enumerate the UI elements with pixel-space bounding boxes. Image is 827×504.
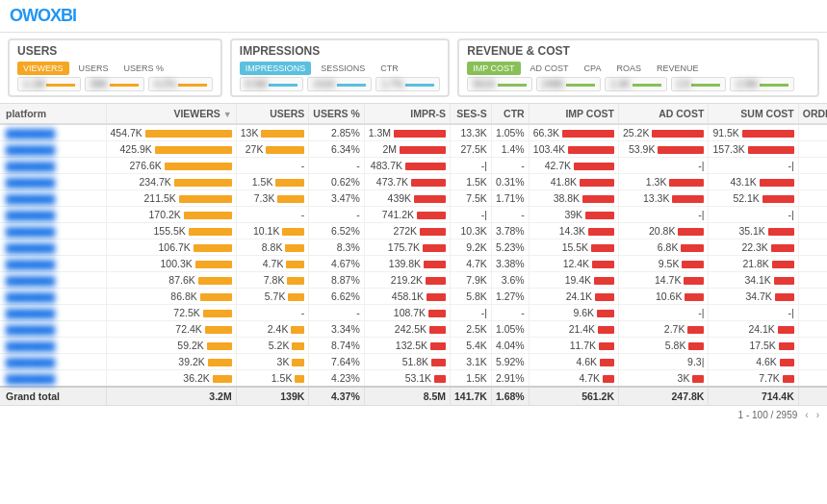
cell-users: 1.5K bbox=[236, 370, 309, 388]
cell-platform: ████████ bbox=[0, 174, 106, 190]
cell-viewers: 234.7K bbox=[106, 174, 236, 190]
cell-platform: ████████ bbox=[0, 305, 106, 321]
cell-ctr: 5.92% bbox=[491, 354, 529, 370]
cell-ses-s: 3.1K bbox=[451, 354, 492, 370]
tab-viewers[interactable]: VIEWERS bbox=[17, 62, 69, 75]
footer-ctr: 1.68% bbox=[491, 387, 529, 405]
col-ad-cost[interactable]: AD COST bbox=[619, 104, 709, 124]
cell-sum-cost: 52.1K bbox=[709, 190, 798, 207]
cell-ctr: 4.04% bbox=[491, 338, 529, 354]
cell-users: 8.8K bbox=[236, 239, 309, 256]
cell-sum-cost: 35.1K bbox=[709, 223, 798, 239]
cell-impr-s: 473.7K bbox=[364, 174, 450, 190]
tab-sessions[interactable]: SESSIONS bbox=[315, 62, 371, 75]
metrics-bar: USERS VIEWERS USERS USERS % 1.1M 89K 4.2… bbox=[0, 33, 827, 104]
cell-orders: 102 bbox=[798, 141, 827, 158]
cell-viewers: 87.6K bbox=[106, 272, 236, 289]
pagination-prev[interactable]: ‹ bbox=[805, 410, 808, 420]
table-row: ████████454.7K 13K 2.85%1.3M 13.3K1.05%6… bbox=[0, 124, 827, 141]
footer-orders: 502 bbox=[798, 387, 827, 405]
cell-ctr: 3.78% bbox=[491, 223, 529, 239]
tab-roas[interactable]: ROAS bbox=[610, 62, 647, 75]
cell-ses-s: -| bbox=[451, 305, 492, 321]
table-row: ████████39.2K 3K 7.64%51.8K 3.1K5.92%4.6… bbox=[0, 354, 827, 370]
cell-platform: ████████ bbox=[0, 239, 106, 256]
col-users-pct[interactable]: USERS % bbox=[309, 104, 364, 124]
cell-platform: ████████ bbox=[0, 289, 106, 305]
col-platform[interactable]: platform bbox=[0, 104, 106, 124]
cell-imp-cost: 39K bbox=[529, 207, 618, 223]
cell-users-pct: 8.87% bbox=[309, 272, 364, 289]
logo-bi: BI bbox=[61, 6, 76, 25]
tab-users[interactable]: USERS bbox=[73, 62, 115, 75]
cell-users-pct: 4.67% bbox=[309, 256, 364, 272]
tab-imp-cost[interactable]: IMP COST bbox=[467, 62, 520, 75]
cell-users-pct: 8.3% bbox=[309, 239, 364, 256]
col-sum-cost[interactable]: SUM COST bbox=[709, 104, 798, 124]
col-impr-s[interactable]: IMPR-S bbox=[364, 104, 450, 124]
cell-platform: ████████ bbox=[0, 256, 106, 272]
viewers-val: 1.1M bbox=[17, 77, 81, 91]
roas-val: 2.8 bbox=[671, 77, 727, 91]
cell-ad-cost: 6.8K bbox=[619, 239, 709, 256]
cell-platform: ████████ bbox=[0, 158, 106, 174]
col-imp-cost[interactable]: IMP COST bbox=[529, 104, 618, 124]
cell-users: - bbox=[236, 158, 309, 174]
pagination-next[interactable]: › bbox=[816, 410, 819, 420]
cell-imp-cost: 4.7K bbox=[529, 370, 618, 388]
cell-impr-s: 2M bbox=[364, 141, 450, 158]
tab-revenue[interactable]: REVENUE bbox=[651, 62, 705, 75]
cell-impr-s: 439K bbox=[364, 190, 450, 207]
cell-ad-cost: 1.3K bbox=[619, 174, 709, 190]
cell-impr-s: 51.8K bbox=[364, 354, 450, 370]
footer-users-pct: 4.37% bbox=[309, 387, 364, 405]
col-ctr[interactable]: CTR bbox=[491, 104, 529, 124]
cell-ad-cost: 3K bbox=[619, 370, 709, 388]
cell-orders: 44 bbox=[798, 124, 827, 141]
cell-ses-s: 27.5K bbox=[451, 141, 492, 158]
cell-imp-cost: 21.4K bbox=[529, 321, 618, 338]
cell-orders: 0| bbox=[798, 354, 827, 370]
cell-sum-cost: 157.3K bbox=[709, 141, 798, 158]
cell-viewers: 155.5K bbox=[106, 223, 236, 239]
col-users[interactable]: USERS bbox=[236, 104, 309, 124]
cell-orders: 4| bbox=[798, 370, 827, 388]
cell-platform: ████████ bbox=[0, 321, 106, 338]
tab-cpa[interactable]: CPA bbox=[579, 62, 607, 75]
col-orders[interactable]: ORDERS bbox=[798, 104, 827, 124]
col-viewers[interactable]: VIEWERS ▼ bbox=[106, 104, 236, 124]
cell-platform: ████████ bbox=[0, 207, 106, 223]
cell-sum-cost: 21.8K bbox=[709, 256, 798, 272]
cell-sum-cost: 24.1K bbox=[709, 321, 798, 338]
cell-ctr: 3.38% bbox=[491, 256, 529, 272]
tab-impressions[interactable]: IMPRESSIONS bbox=[240, 62, 312, 75]
tab-ctr[interactable]: CTR bbox=[375, 62, 404, 75]
cell-ses-s: -| bbox=[451, 158, 492, 174]
table-body: ████████454.7K 13K 2.85%1.3M 13.3K1.05%6… bbox=[0, 124, 827, 387]
cell-viewers: 276.6K bbox=[106, 158, 236, 174]
cell-ctr: - bbox=[491, 158, 529, 174]
cell-platform: ████████ bbox=[0, 354, 106, 370]
cell-viewers: 72.4K bbox=[106, 321, 236, 338]
cell-ctr: 3.6% bbox=[491, 272, 529, 289]
cpa-val: 1.4K bbox=[605, 77, 667, 91]
table-row: ████████155.5K 10.1K 6.52%272K 10.3K3.78… bbox=[0, 223, 827, 239]
cell-users: 5.7K bbox=[236, 289, 309, 305]
cell-users: 5.2K bbox=[236, 338, 309, 354]
cell-impr-s: 139.8K bbox=[364, 256, 450, 272]
cell-orders: 38 bbox=[798, 272, 827, 289]
footer-imp-cost: 561.2K bbox=[529, 387, 618, 405]
cell-imp-cost: 12.4K bbox=[529, 256, 618, 272]
cell-users-pct: 4.23% bbox=[309, 370, 364, 388]
tab-users-pct[interactable]: USERS % bbox=[118, 62, 170, 75]
col-ses-s[interactable]: SES-S bbox=[451, 104, 492, 124]
ctr-val: 1.7% bbox=[375, 77, 440, 91]
cell-ses-s: 13.3K bbox=[451, 124, 492, 141]
tab-ad-cost[interactable]: AD COST bbox=[525, 62, 575, 75]
cell-viewers: 170.2K bbox=[106, 207, 236, 223]
cell-impr-s: 132.5K bbox=[364, 338, 450, 354]
cell-ad-cost: 9.3| bbox=[619, 354, 709, 370]
cell-ad-cost: 25.2K bbox=[619, 124, 709, 141]
cell-users-pct: - bbox=[309, 207, 364, 223]
cell-orders: 36 bbox=[798, 190, 827, 207]
